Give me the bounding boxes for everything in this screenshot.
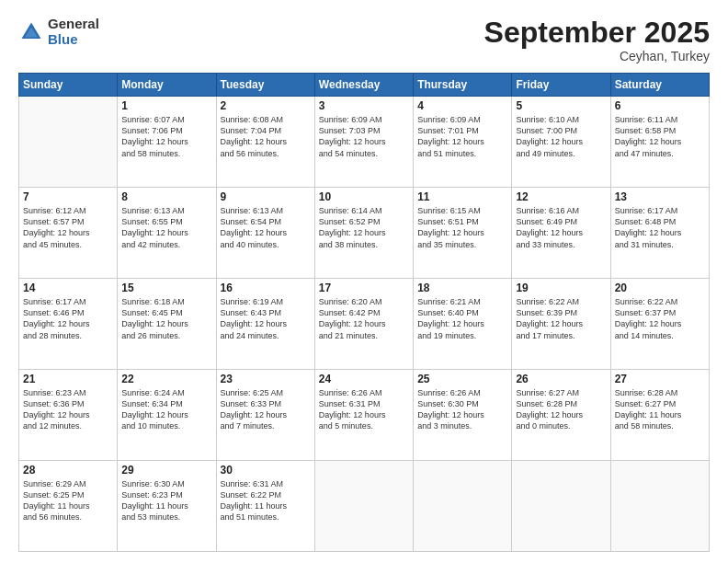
calendar-cell-w1-d4: 11Sunrise: 6:15 AMSunset: 6:51 PMDayligh…: [414, 188, 512, 279]
day-number: 4: [417, 99, 507, 112]
calendar-cell-w3-d4: 25Sunrise: 6:26 AMSunset: 6:30 PMDayligh…: [414, 370, 512, 461]
day-info: Sunrise: 6:31 AMSunset: 6:22 PMDaylight:…: [221, 478, 311, 523]
calendar-week-1: 7Sunrise: 6:12 AMSunset: 6:57 PMDaylight…: [19, 188, 710, 279]
calendar-cell-w2-d1: 15Sunrise: 6:18 AMSunset: 6:45 PMDayligh…: [118, 279, 216, 370]
day-number: 5: [516, 99, 606, 112]
calendar-cell-w2-d5: 19Sunrise: 6:22 AMSunset: 6:39 PMDayligh…: [512, 279, 610, 370]
day-number: 13: [615, 190, 705, 203]
calendar-cell-w0-d4: 4Sunrise: 6:09 AMSunset: 7:01 PMDaylight…: [414, 97, 512, 188]
day-info: Sunrise: 6:16 AMSunset: 6:49 PMDaylight:…: [516, 205, 606, 250]
header-tuesday: Tuesday: [216, 74, 314, 97]
day-info: Sunrise: 6:07 AMSunset: 7:06 PMDaylight:…: [121, 114, 211, 159]
day-info: Sunrise: 6:14 AMSunset: 6:52 PMDaylight:…: [319, 205, 409, 250]
day-info: Sunrise: 6:28 AMSunset: 6:27 PMDaylight:…: [615, 387, 705, 432]
calendar-cell-w4-d6: [610, 461, 709, 552]
calendar-cell-w4-d1: 29Sunrise: 6:30 AMSunset: 6:23 PMDayligh…: [118, 461, 216, 552]
day-info: Sunrise: 6:10 AMSunset: 7:00 PMDaylight:…: [516, 114, 606, 159]
day-number: 24: [319, 373, 409, 385]
day-number: 27: [615, 373, 705, 385]
calendar-cell-w1-d0: 7Sunrise: 6:12 AMSunset: 6:57 PMDaylight…: [19, 188, 118, 279]
header: General Blue September 2025 Ceyhan, Turk…: [18, 17, 710, 63]
calendar-cell-w4-d4: [414, 461, 512, 552]
day-info: Sunrise: 6:13 AMSunset: 6:54 PMDaylight:…: [221, 205, 311, 250]
day-info: Sunrise: 6:21 AMSunset: 6:40 PMDaylight:…: [417, 296, 507, 341]
calendar-cell-w3-d5: 26Sunrise: 6:27 AMSunset: 6:28 PMDayligh…: [512, 370, 610, 461]
day-number: 3: [319, 99, 409, 112]
day-info: Sunrise: 6:26 AMSunset: 6:31 PMDaylight:…: [319, 387, 409, 432]
calendar-cell-w2-d3: 17Sunrise: 6:20 AMSunset: 6:42 PMDayligh…: [314, 279, 413, 370]
calendar-cell-w0-d0: [19, 97, 118, 188]
day-info: Sunrise: 6:22 AMSunset: 6:39 PMDaylight:…: [516, 296, 606, 341]
calendar-cell-w4-d5: [512, 461, 610, 552]
calendar-cell-w2-d2: 16Sunrise: 6:19 AMSunset: 6:43 PMDayligh…: [216, 279, 314, 370]
day-info: Sunrise: 6:24 AMSunset: 6:34 PMDaylight:…: [121, 387, 211, 432]
header-saturday: Saturday: [610, 74, 709, 97]
header-monday: Monday: [118, 74, 216, 97]
day-info: Sunrise: 6:22 AMSunset: 6:37 PMDaylight:…: [615, 296, 705, 341]
calendar-cell-w0-d6: 6Sunrise: 6:11 AMSunset: 6:58 PMDaylight…: [610, 97, 709, 188]
subtitle: Ceyhan, Turkey: [484, 49, 710, 63]
header-friday: Friday: [512, 74, 610, 97]
title-block: September 2025 Ceyhan, Turkey: [484, 17, 710, 63]
day-info: Sunrise: 6:08 AMSunset: 7:04 PMDaylight:…: [221, 114, 311, 159]
day-info: Sunrise: 6:17 AMSunset: 6:46 PMDaylight:…: [23, 296, 113, 341]
day-number: 2: [221, 99, 311, 112]
month-title: September 2025: [484, 17, 710, 49]
calendar-cell-w2-d4: 18Sunrise: 6:21 AMSunset: 6:40 PMDayligh…: [414, 279, 512, 370]
calendar-cell-w3-d6: 27Sunrise: 6:28 AMSunset: 6:27 PMDayligh…: [610, 370, 709, 461]
day-number: 16: [221, 282, 311, 294]
day-number: 25: [417, 373, 507, 385]
day-number: 26: [516, 373, 606, 385]
calendar-cell-w0-d3: 3Sunrise: 6:09 AMSunset: 7:03 PMDaylight…: [314, 97, 413, 188]
day-number: 8: [121, 190, 211, 203]
day-number: 15: [121, 282, 211, 294]
header-thursday: Thursday: [414, 74, 512, 97]
day-info: Sunrise: 6:20 AMSunset: 6:42 PMDaylight:…: [319, 296, 409, 341]
header-sunday: Sunday: [19, 74, 118, 97]
day-number: 30: [221, 464, 311, 477]
day-number: 6: [615, 99, 705, 112]
day-number: 23: [221, 373, 311, 385]
header-wednesday: Wednesday: [314, 74, 413, 97]
calendar-cell-w2-d0: 14Sunrise: 6:17 AMSunset: 6:46 PMDayligh…: [19, 279, 118, 370]
day-info: Sunrise: 6:26 AMSunset: 6:30 PMDaylight:…: [417, 387, 507, 432]
day-number: 19: [516, 282, 606, 294]
day-number: 18: [417, 282, 507, 294]
calendar-cell-w2-d6: 20Sunrise: 6:22 AMSunset: 6:37 PMDayligh…: [610, 279, 709, 370]
calendar-cell-w3-d2: 23Sunrise: 6:25 AMSunset: 6:33 PMDayligh…: [216, 370, 314, 461]
calendar-week-4: 28Sunrise: 6:29 AMSunset: 6:25 PMDayligh…: [19, 461, 710, 552]
calendar-cell-w0-d5: 5Sunrise: 6:10 AMSunset: 7:00 PMDaylight…: [512, 97, 610, 188]
logo-general-text: General: [48, 17, 99, 32]
day-info: Sunrise: 6:23 AMSunset: 6:36 PMDaylight:…: [23, 387, 113, 432]
day-info: Sunrise: 6:12 AMSunset: 6:57 PMDaylight:…: [23, 205, 113, 250]
calendar-table: Sunday Monday Tuesday Wednesday Thursday…: [18, 73, 710, 552]
day-info: Sunrise: 6:18 AMSunset: 6:45 PMDaylight:…: [121, 296, 211, 341]
day-number: 22: [121, 373, 211, 385]
day-number: 14: [23, 282, 113, 294]
day-number: 10: [319, 190, 409, 203]
calendar-cell-w1-d1: 8Sunrise: 6:13 AMSunset: 6:55 PMDaylight…: [118, 188, 216, 279]
calendar-cell-w3-d1: 22Sunrise: 6:24 AMSunset: 6:34 PMDayligh…: [118, 370, 216, 461]
day-number: 17: [319, 282, 409, 294]
calendar-cell-w4-d2: 30Sunrise: 6:31 AMSunset: 6:22 PMDayligh…: [216, 461, 314, 552]
day-info: Sunrise: 6:29 AMSunset: 6:25 PMDaylight:…: [23, 478, 113, 523]
calendar-cell-w0-d1: 1Sunrise: 6:07 AMSunset: 7:06 PMDaylight…: [118, 97, 216, 188]
calendar-cell-w0-d2: 2Sunrise: 6:08 AMSunset: 7:04 PMDaylight…: [216, 97, 314, 188]
day-number: 28: [23, 464, 113, 477]
page: General Blue September 2025 Ceyhan, Turk…: [0, 0, 728, 563]
calendar-week-2: 14Sunrise: 6:17 AMSunset: 6:46 PMDayligh…: [19, 279, 710, 370]
logo-blue-text: Blue: [48, 32, 99, 48]
day-info: Sunrise: 6:09 AMSunset: 7:01 PMDaylight:…: [417, 114, 507, 159]
calendar-cell-w1-d3: 10Sunrise: 6:14 AMSunset: 6:52 PMDayligh…: [314, 188, 413, 279]
calendar-cell-w1-d6: 13Sunrise: 6:17 AMSunset: 6:48 PMDayligh…: [610, 188, 709, 279]
calendar-cell-w3-d0: 21Sunrise: 6:23 AMSunset: 6:36 PMDayligh…: [19, 370, 118, 461]
day-number: 20: [615, 282, 705, 294]
day-number: 11: [417, 190, 507, 203]
logo: General Blue: [18, 17, 99, 47]
calendar-week-0: 1Sunrise: 6:07 AMSunset: 7:06 PMDaylight…: [19, 97, 710, 188]
day-number: 9: [221, 190, 311, 203]
calendar-cell-w4-d3: [314, 461, 413, 552]
day-info: Sunrise: 6:30 AMSunset: 6:23 PMDaylight:…: [121, 478, 211, 523]
calendar-header: Sunday Monday Tuesday Wednesday Thursday…: [19, 74, 710, 97]
calendar-cell-w3-d3: 24Sunrise: 6:26 AMSunset: 6:31 PMDayligh…: [314, 370, 413, 461]
